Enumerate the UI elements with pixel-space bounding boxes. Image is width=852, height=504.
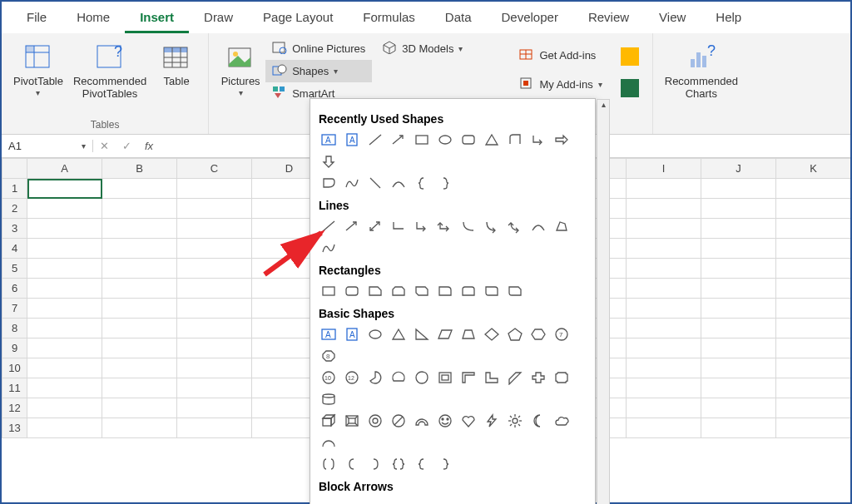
shape-rect[interactable] <box>412 131 432 149</box>
cell-A7[interactable] <box>27 299 102 319</box>
cell-B2[interactable] <box>102 199 177 219</box>
cell-B3[interactable] <box>102 219 177 239</box>
cell-I8[interactable] <box>627 319 701 338</box>
cell-C9[interactable] <box>177 338 252 358</box>
tab-view[interactable]: View <box>644 2 701 33</box>
basic-lshape[interactable] <box>482 368 502 387</box>
pivottable-button[interactable]: PivotTable ▾ <box>8 37 68 97</box>
line-scribble[interactable] <box>319 239 339 257</box>
cell-C5[interactable] <box>177 259 252 279</box>
cell-J1[interactable] <box>701 179 776 199</box>
cell-A6[interactable] <box>27 279 102 299</box>
name-box[interactable]: A1 ▾ <box>2 140 93 152</box>
3d-models-button[interactable]: 3D Models ▾ <box>375 37 469 60</box>
cell-J13[interactable] <box>701 418 776 438</box>
rect-snip-round[interactable] <box>505 282 525 300</box>
cell-K3[interactable] <box>776 219 851 239</box>
cell-C13[interactable] <box>177 418 252 438</box>
col-header-B[interactable]: B <box>102 159 177 179</box>
basic-can[interactable] <box>319 390 339 408</box>
line-elbow[interactable] <box>389 217 409 235</box>
shape-textbox-v[interactable]: A <box>342 131 362 149</box>
basic-plus[interactable] <box>528 368 548 387</box>
recommended-charts-button[interactable]: ? Recommended Charts <box>660 37 743 101</box>
shape-arrow-line[interactable] <box>389 131 409 149</box>
shapes-button[interactable]: Shapes ▾ <box>265 60 372 82</box>
basic-heptagon[interactable]: 7 <box>552 325 572 343</box>
basic-textbox-h[interactable]: A <box>319 325 339 343</box>
cell-J3[interactable] <box>701 219 776 239</box>
basic-half-frame[interactable] <box>458 368 478 387</box>
cell-I2[interactable] <box>627 199 701 219</box>
row-header-9[interactable]: 9 <box>2 338 27 358</box>
cell-B4[interactable] <box>102 239 177 259</box>
cell-I11[interactable] <box>627 378 701 398</box>
col-header-J[interactable]: J <box>701 159 776 179</box>
rect-round2[interactable] <box>458 282 478 300</box>
cell-C2[interactable] <box>177 199 252 219</box>
cell-I10[interactable] <box>627 358 701 378</box>
fx-icon[interactable]: fx <box>145 140 153 152</box>
shapes-scrollbar[interactable]: ▴ <box>597 99 610 504</box>
rect-plain[interactable] <box>319 282 339 300</box>
cell-A12[interactable] <box>27 398 102 418</box>
basic-pentagon[interactable] <box>505 325 525 343</box>
cell-K4[interactable] <box>776 239 851 259</box>
cell-I13[interactable] <box>627 418 701 438</box>
cell-J5[interactable] <box>701 259 776 279</box>
col-header-K[interactable]: K <box>776 159 851 179</box>
cell-K1[interactable] <box>776 179 851 199</box>
select-all-corner[interactable] <box>2 159 27 179</box>
cell-C12[interactable] <box>177 398 252 418</box>
cell-B11[interactable] <box>102 378 177 398</box>
line-elbow-arrow[interactable] <box>412 217 432 235</box>
line-curve-conn[interactable] <box>458 217 478 235</box>
cell-A13[interactable] <box>27 418 102 438</box>
cell-K5[interactable] <box>776 259 851 279</box>
basic-pie[interactable] <box>365 368 385 387</box>
basic-block-arc[interactable] <box>412 412 432 430</box>
cell-B8[interactable] <box>102 319 177 338</box>
row-header-1[interactable]: 1 <box>2 179 27 199</box>
basic-textbox-v[interactable]: A <box>342 325 362 343</box>
basic-double-brace[interactable] <box>389 455 409 473</box>
cell-A5[interactable] <box>27 259 102 279</box>
shape-brace-l[interactable] <box>412 174 432 192</box>
cell-C6[interactable] <box>177 279 252 299</box>
basic-no-symbol[interactable] <box>389 412 409 430</box>
cell-C7[interactable] <box>177 299 252 319</box>
row-header-10[interactable]: 10 <box>2 358 27 378</box>
cell-J2[interactable] <box>701 199 776 219</box>
tab-draw[interactable]: Draw <box>189 2 248 33</box>
cancel-icon[interactable]: ✕ <box>100 140 109 152</box>
row-header-8[interactable]: 8 <box>2 319 27 338</box>
cell-J9[interactable] <box>701 338 776 358</box>
rect-snip-diag[interactable] <box>412 282 432 300</box>
cell-J12[interactable] <box>701 398 776 418</box>
basic-hexagon[interactable] <box>528 325 548 343</box>
basic-octagon[interactable]: 8 <box>319 347 339 365</box>
online-pictures-button[interactable]: Online Pictures <box>265 37 372 60</box>
cell-I3[interactable] <box>627 219 701 239</box>
my-addins-button[interactable]: My Add-ins ▾ <box>513 73 608 96</box>
cell-C4[interactable] <box>177 239 252 259</box>
line-curve-arrow[interactable] <box>482 217 502 235</box>
cell-A3[interactable] <box>27 219 102 239</box>
cell-B10[interactable] <box>102 358 177 378</box>
cell-J11[interactable] <box>701 378 776 398</box>
cell-J10[interactable] <box>701 358 776 378</box>
basic-sun[interactable] <box>505 412 525 430</box>
rect-snip2[interactable] <box>389 282 409 300</box>
tab-review[interactable]: Review <box>573 2 644 33</box>
cell-B9[interactable] <box>102 338 177 358</box>
rect-round1[interactable] <box>435 282 455 300</box>
basic-cloud[interactable] <box>552 412 572 430</box>
shape-backslash[interactable] <box>365 174 385 192</box>
cell-K12[interactable] <box>776 398 851 418</box>
cell-B13[interactable] <box>102 418 177 438</box>
cell-A2[interactable] <box>27 199 102 219</box>
line-curve-double[interactable] <box>505 217 525 235</box>
shape-flow1[interactable] <box>319 174 339 192</box>
col-header-I[interactable]: I <box>627 159 701 179</box>
cell-B6[interactable] <box>102 279 177 299</box>
